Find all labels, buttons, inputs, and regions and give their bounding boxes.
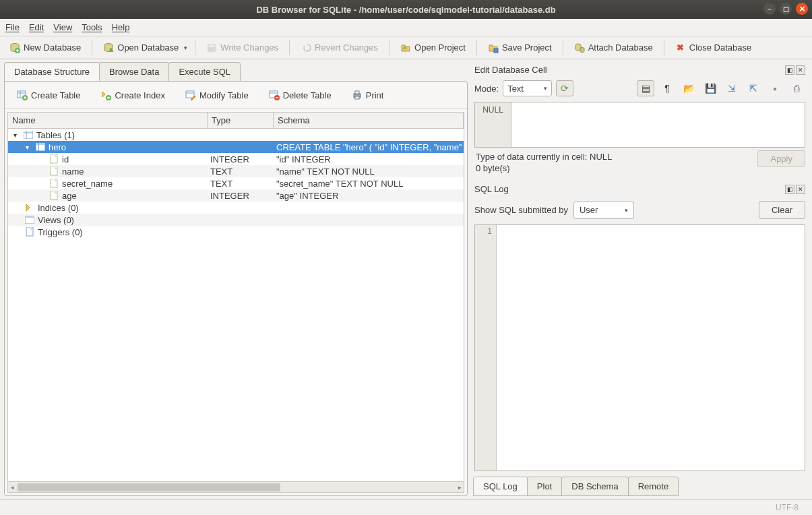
delete-table-icon: [269, 90, 280, 100]
window-minimize-button[interactable]: –: [763, 3, 776, 15]
bottom-tab-plot[interactable]: Plot: [527, 477, 562, 496]
sql-log-title: SQL Log: [474, 184, 509, 194]
sql-log-panel-header: SQL Log ◧ ✕: [473, 181, 807, 197]
open-project-button[interactable]: Open Project: [395, 40, 471, 56]
schema-tree[interactable]: Name Type Schema ▾Tables (1) ▾hero CREAT…: [7, 112, 464, 493]
write-changes-icon: [206, 42, 217, 53]
window-maximize-button[interactable]: ◻: [780, 3, 792, 15]
open-database-button[interactable]: Open Database: [98, 40, 184, 56]
create-table-button[interactable]: Create Table: [11, 87, 86, 103]
save-cell-button[interactable]: 💾: [701, 80, 719, 96]
import-cell-button[interactable]: ⇱: [745, 80, 762, 96]
mode-select[interactable]: Text▾: [503, 80, 552, 96]
sql-log-editor[interactable]: 1: [474, 224, 805, 471]
create-table-label: Create Table: [31, 90, 80, 100]
delete-table-button[interactable]: Delete Table: [263, 87, 337, 103]
panel-close-button[interactable]: ✕: [796, 185, 805, 194]
tab-browse-data[interactable]: Browse Data: [99, 62, 169, 81]
bottom-tabs: SQL Log Plot DB Schema Remote: [473, 473, 807, 496]
close-database-label: Close Database: [689, 42, 752, 53]
menu-tools[interactable]: Tools: [82, 22, 102, 32]
apply-button: Apply: [757, 150, 805, 167]
tree-header-type[interactable]: Type: [208, 113, 274, 128]
new-database-button[interactable]: New Database: [4, 40, 86, 56]
save-icon: 💾: [705, 83, 716, 94]
trigger-group-icon: [24, 227, 35, 237]
window-title: DB Browser for SQLite - /home/user/code/…: [256, 5, 555, 15]
panel-float-button[interactable]: ◧: [785, 185, 794, 194]
bottom-tab-remote[interactable]: Remote: [628, 477, 679, 496]
close-database-button[interactable]: ✖ Close Database: [670, 40, 757, 56]
tree-horizontal-scrollbar[interactable]: ◂ ▸: [8, 481, 464, 492]
attach-database-label: Attach Database: [588, 42, 653, 53]
print-cell-button[interactable]: ⎙: [788, 80, 805, 96]
menu-view[interactable]: View: [53, 22, 72, 32]
svg-rect-21: [24, 131, 33, 139]
tree-node-column-age[interactable]: age INTEGER "age" INTEGER: [8, 189, 464, 202]
sql-log-clear-button[interactable]: Clear: [759, 201, 805, 219]
structure-toolbar: Create Table Create Index Modify Table D…: [5, 82, 467, 109]
main-tabs: Database Structure Browse Data Execute S…: [4, 62, 468, 81]
tab-execute-sql[interactable]: Execute SQL: [168, 62, 241, 81]
svg-rect-25: [36, 143, 45, 145]
svg-rect-4: [209, 44, 214, 47]
indent-button[interactable]: ¶: [658, 80, 676, 96]
tree-node-column-id[interactable]: id INTEGER "id" INTEGER: [8, 153, 464, 165]
panel-close-button[interactable]: ✕: [796, 65, 805, 75]
save-project-label: Save Project: [502, 42, 552, 53]
svg-rect-13: [186, 91, 194, 98]
delete-table-label: Delete Table: [283, 90, 332, 100]
open-database-dropdown-arrow[interactable]: ▾: [184, 44, 189, 51]
tree-node-views[interactable]: Views (0): [8, 214, 464, 226]
cell-editor[interactable]: NULL: [474, 102, 805, 148]
expander-icon[interactable]: ▾: [23, 144, 31, 151]
text-mode-button[interactable]: ▤: [637, 80, 654, 96]
modify-table-button[interactable]: Modify Table: [180, 87, 254, 103]
export-cell-button[interactable]: ⇲: [723, 80, 741, 96]
table-group-icon: [23, 130, 34, 140]
main-toolbar: New Database Open Database ▾ Write Chang…: [0, 36, 812, 59]
menubar: File Edit View Tools Help: [0, 19, 812, 36]
refresh-cell-button[interactable]: ⟳: [556, 80, 573, 96]
menu-edit[interactable]: Edit: [29, 22, 44, 32]
create-index-button[interactable]: Create Index: [95, 87, 170, 103]
bottom-tab-db-schema[interactable]: DB Schema: [561, 477, 628, 496]
tree-header-name[interactable]: Name: [8, 113, 208, 128]
print-button[interactable]: Print: [346, 87, 389, 103]
svg-rect-30: [51, 191, 57, 200]
tab-database-structure[interactable]: Database Structure: [4, 62, 100, 81]
mode-label: Mode:: [474, 84, 499, 94]
tree-header-schema[interactable]: Schema: [274, 113, 464, 128]
open-file-button[interactable]: 📂: [680, 80, 697, 96]
view-group-icon: [24, 215, 35, 224]
menu-help[interactable]: Help: [112, 22, 130, 32]
tree-node-indices[interactable]: Indices (0): [8, 202, 464, 214]
panel-float-button[interactable]: ◧: [785, 65, 794, 75]
expander-icon[interactable]: ▾: [11, 131, 19, 139]
tree-node-tables[interactable]: ▾Tables (1): [8, 129, 464, 141]
sql-log-source-select[interactable]: User▾: [573, 202, 634, 219]
window-close-button[interactable]: ✕: [796, 3, 808, 15]
tree-node-column-secret-name[interactable]: secret_name TEXT "secret_name" TEXT NOT …: [8, 177, 464, 189]
attach-database-button[interactable]: Attach Database: [569, 40, 658, 56]
write-changes-button: Write Changes: [201, 40, 284, 56]
bottom-tab-sql-log[interactable]: SQL Log: [473, 477, 528, 496]
svg-rect-33: [26, 227, 33, 236]
sql-log-show-label: Show SQL submitted by: [474, 205, 568, 215]
tree-node-column-name[interactable]: name TEXT "name" TEXT NOT NULL: [8, 165, 464, 177]
new-database-icon: [9, 42, 20, 53]
tree-node-table-hero[interactable]: ▾hero CREATE TABLE "hero" ( "id" INTEGER…: [8, 141, 464, 153]
svg-rect-27: [51, 154, 57, 163]
tree-node-triggers[interactable]: Triggers (0): [8, 226, 464, 238]
null-icon: ●: [773, 85, 777, 92]
cell-size-info: 0 byte(s): [476, 163, 804, 173]
menu-file[interactable]: File: [5, 22, 20, 32]
edit-cell-toolbar: Mode: Text▾ ⟳ ▤ ¶ 📂 💾 ⇲ ⇱ ● ⎙: [473, 78, 807, 99]
print-icon: [352, 90, 363, 100]
null-cell-button[interactable]: ●: [766, 80, 784, 96]
indent-icon: ¶: [664, 83, 670, 94]
edit-cell-title: Edit Database Cell: [474, 65, 547, 75]
cell-null-indicator: NULL: [475, 102, 511, 147]
revert-changes-button: Revert Changes: [295, 40, 383, 56]
save-project-button[interactable]: Save Project: [482, 40, 557, 56]
